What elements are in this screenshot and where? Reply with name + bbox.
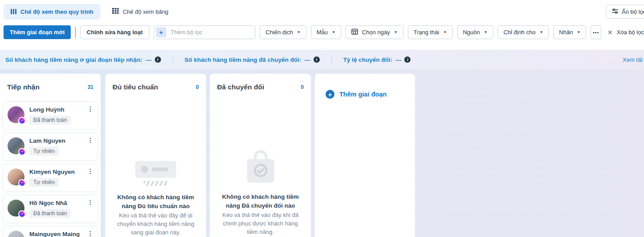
column-count: 31 xyxy=(88,84,93,90)
filter-dropdown-campaign[interactable]: Chiến dịch ▼ xyxy=(260,25,306,39)
empty-state-description: Kéo và thả thẻ vào đây để di chuyển khác… xyxy=(115,212,196,237)
filter-dropdown-label[interactable]: Nhãn ▼ xyxy=(553,25,586,39)
lead-name: Mainguyen Maing xyxy=(29,231,80,237)
lead-name: Lam Nguyen xyxy=(29,137,65,144)
add-filter-field[interactable]: + xyxy=(154,25,256,39)
lead-name: Long Huỳnh xyxy=(29,106,71,113)
close-icon: ✕ xyxy=(608,29,613,36)
chevron-down-icon: ▼ xyxy=(297,31,301,34)
add-new-stage-button[interactable]: Thêm giai đoạn mới xyxy=(4,25,71,39)
lead-card[interactable]: Lam Nguyen Tự nhiên ⋮ xyxy=(3,133,98,161)
filter-dropdown-date-label: Chọn ngày xyxy=(362,29,390,36)
column-header: Đã chuyển đổi 0 xyxy=(210,74,311,96)
kebab-menu-icon[interactable]: ⋮ xyxy=(87,106,93,112)
tab-table-view[interactable]: Chế độ xem bảng xyxy=(112,8,169,15)
stat-divider xyxy=(331,56,332,63)
kebab-menu-icon[interactable]: ⋮ xyxy=(87,137,93,143)
chevron-down-icon: ▼ xyxy=(577,31,580,34)
info-icon[interactable]: i xyxy=(314,56,320,63)
tab-table-view-label: Chế độ xem bảng xyxy=(123,8,169,15)
lead-tag: Tự nhiên xyxy=(29,147,59,156)
lead-card[interactable]: Hồ Ngọc Nhã Đã thanh toán ⋮ xyxy=(3,195,98,223)
lead-card-body: Long Huỳnh Đã thanh toán xyxy=(29,105,71,126)
column-header: Đủ tiêu chuẩn 0 xyxy=(105,74,206,96)
plus-icon[interactable]: + xyxy=(156,27,166,37)
filter-dropdown-status[interactable]: Trạng thái ▼ xyxy=(408,25,453,39)
lead-card[interactable]: Long Huỳnh Đã thanh toán ⋮ xyxy=(3,101,98,130)
empty-state-converted: Không có khách hàng tiềm năng Đã chuyển … xyxy=(210,148,311,237)
messenger-icon xyxy=(18,179,26,187)
chevron-down-icon: ▼ xyxy=(394,31,398,34)
info-icon[interactable]: i xyxy=(155,56,161,63)
lead-card[interactable]: Mainguyen Maing ⋮ xyxy=(3,226,98,237)
column-title: Tiếp nhận xyxy=(7,83,40,91)
bulk-edit-button[interactable]: Chỉnh sửa hàng loạt xyxy=(80,25,149,39)
stats-bar: Số khách hàng tiềm năng ở giai đoạn tiếp… xyxy=(0,50,644,69)
stat-leads-converted-label: Số khách hàng tiềm năng đã chuyển đổi: xyxy=(185,56,302,63)
column-title: Đủ tiêu chuẩn xyxy=(113,83,158,91)
calendar-icon xyxy=(351,28,358,36)
tab-process-view[interactable]: Chế độ xem theo quy trình xyxy=(4,4,101,20)
filter-dropdown-source-label: Nguồn xyxy=(463,29,480,36)
lead-card[interactable]: Kimyen Nguyen Tự nhiên ⋮ xyxy=(3,164,98,192)
lead-tag: Đã thanh toán xyxy=(29,209,71,218)
lead-card-list: Long Huỳnh Đã thanh toán ⋮ Lam Nguyen Tự… xyxy=(0,96,101,237)
avatar xyxy=(8,231,24,237)
kanban-icon xyxy=(11,9,16,14)
lead-card-body: Lam Nguyen Tự nhiên xyxy=(29,137,65,157)
view-all-link[interactable]: Xem tất cả xyxy=(623,56,644,63)
filter-dropdown-assignee[interactable]: Chỉ định cho ▼ xyxy=(498,25,549,39)
clear-filters-label: Xóa bộ lọc xyxy=(617,29,644,36)
filter-dropdown-form[interactable]: Mẫu ▼ xyxy=(311,25,341,39)
stat-conversion-rate-label: Tỷ lệ chuyển đổi: xyxy=(343,56,392,63)
filter-dropdown-source[interactable]: Nguồn ▼ xyxy=(457,25,493,39)
sliders-icon xyxy=(612,8,618,15)
filter-toolbar: Thêm giai đoạn mới Chỉnh sửa hàng loạt +… xyxy=(4,25,644,39)
clear-filters-button[interactable]: ✕ Xóa bộ lọc xyxy=(608,29,644,36)
kebab-menu-icon[interactable]: ⋮ xyxy=(87,230,93,237)
chevron-down-icon: ▼ xyxy=(484,31,487,34)
messenger-icon xyxy=(18,210,26,218)
info-icon[interactable]: i xyxy=(404,56,411,63)
column-tiep-nhan: Tiếp nhận 31 Long Huỳnh Đã thanh toán ⋮ xyxy=(0,73,101,237)
chevron-down-icon: ▼ xyxy=(332,31,335,34)
stat-conversion-rate-value: — xyxy=(395,56,402,63)
filter-dropdown-label-label: Nhãn xyxy=(559,29,573,36)
avatar xyxy=(8,106,24,123)
tab-process-view-label: Chế độ xem theo quy trình xyxy=(20,8,93,15)
stat-leads-intake-label: Số khách hàng tiềm năng ở giai đoạn tiếp… xyxy=(5,56,142,63)
add-stage-button[interactable]: + Thêm giai đoạn xyxy=(326,90,415,99)
stat-leads-intake: Số khách hàng tiềm năng ở giai đoạn tiếp… xyxy=(5,56,161,63)
view-mode-tabbar: Chế độ xem theo quy trình Chế độ xem bản… xyxy=(0,0,644,23)
messenger-icon xyxy=(18,148,26,156)
lead-card-body: Hồ Ngọc Nhã Đã thanh toán xyxy=(29,199,71,219)
lead-tag: Tự nhiên xyxy=(29,178,59,187)
chevron-down-icon: ▼ xyxy=(539,31,543,34)
empty-state-title: Không có khách hàng tiềm năng Đủ tiêu ch… xyxy=(115,193,196,210)
column-count: 0 xyxy=(196,84,199,90)
filter-dropdown-assignee-label: Chỉ định cho xyxy=(503,29,535,36)
messenger-icon xyxy=(18,117,26,125)
column-count: 0 xyxy=(301,84,304,90)
pipeline-board: Tiếp nhận 31 Long Huỳnh Đã thanh toán ⋮ xyxy=(0,69,644,237)
empty-card-icon xyxy=(135,161,176,178)
column-header: Tiếp nhận 31 xyxy=(0,74,101,96)
filter-dropdown-date[interactable]: Chọn ngày ▼ xyxy=(346,25,403,39)
kebab-menu-icon[interactable]: ⋮ xyxy=(87,199,93,205)
add-filter-input[interactable] xyxy=(171,29,252,36)
column-du-tieu-chuan: Đủ tiêu chuẩn 0 Không có khách hàng tiềm… xyxy=(105,73,206,237)
add-stage-label: Thêm giai đoạn xyxy=(339,91,386,98)
lead-name: Hồ Ngọc Nhã xyxy=(29,200,71,206)
more-filters-button[interactable]: ••• xyxy=(591,25,601,39)
stat-conversion-rate: Tỷ lệ chuyển đổi: — i xyxy=(343,56,411,63)
avatar xyxy=(8,200,24,217)
lead-card-body: Mainguyen Maing xyxy=(29,230,80,237)
kebab-menu-icon[interactable]: ⋮ xyxy=(87,168,93,174)
filter-dropdown-form-label: Mẫu xyxy=(317,29,328,36)
filter-dropdown-campaign-label: Chiến dịch xyxy=(266,29,293,36)
hide-filters-button[interactable]: Ẩn bộ lọc xyxy=(606,5,644,19)
stat-leads-converted: Số khách hàng tiềm năng đã chuyển đổi: —… xyxy=(185,56,320,63)
empty-state-description: Kéo và thả thẻ vào đây khi đã chinh phục… xyxy=(220,211,301,237)
empty-state-title: Không có khách hàng tiềm năng Đã chuyển … xyxy=(220,193,301,210)
lead-card-body: Kimyen Nguyen Tự nhiên xyxy=(29,168,75,188)
